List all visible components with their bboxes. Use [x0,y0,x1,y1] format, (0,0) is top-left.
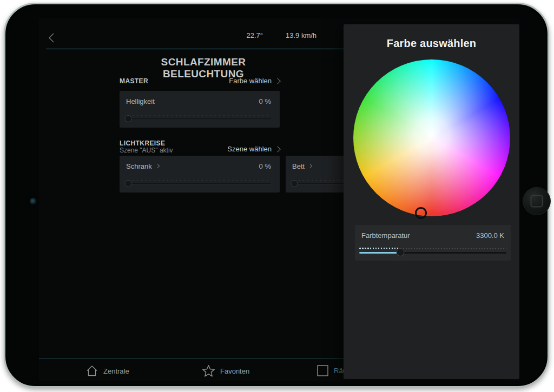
choose-color-link[interactable]: Farbe wählen [229,77,280,85]
slider-knob[interactable] [125,115,132,122]
home-icon [85,364,98,377]
choose-color-label: Farbe wählen [229,77,272,85]
star-icon [202,364,215,377]
choose-scene-link[interactable]: Szene wählen [227,145,280,153]
circuit-slider-schrank[interactable] [128,177,271,187]
back-chevron-icon [48,32,55,43]
chevron-right-icon [274,78,280,84]
tab-zentrale-label: Zentrale [103,367,129,375]
slider-knob[interactable] [291,180,298,187]
tab-favoriten[interactable]: Favoriten [202,364,249,377]
slider-ticks-rest [400,248,506,249]
back-button[interactable] [48,32,55,43]
color-wheel[interactable] [353,59,510,216]
home-button[interactable] [523,187,551,215]
app-screen: 22.7° 13.9 km/h SCHLAFZIMMER BELEUCHTUNG… [39,18,519,381]
slider-track [128,118,271,119]
slider-fill [359,252,400,254]
circuit-card-schrank: Schrank 0 % [120,156,280,192]
brightness-value: 0 % [259,97,271,105]
circuit-value-schrank: 0 % [259,162,271,170]
color-temperature-slider[interactable] [359,245,506,256]
tab-favoriten-label: Favoriten [220,367,249,375]
color-temperature-label: Farbtemparatur [361,231,410,240]
color-picker-title: Farbe auswählen [344,37,519,50]
slider-ticks [128,115,271,116]
brightness-card: Helligkeit 0 % [120,91,280,128]
tablet-frame: 22.7° 13.9 km/h SCHLAFZIMMER BELEUCHTUNG… [4,3,549,388]
color-wheel-selector[interactable] [415,207,427,219]
lichtkreise-section-label: LICHTKREISE [120,139,165,147]
color-temperature-value: 3300.0 K [476,231,504,240]
master-section-label: MASTER [120,77,148,85]
circuit-link-bett[interactable]: Bett [292,162,312,170]
circuit-link-schrank[interactable]: Schrank [126,162,159,170]
circuit-label: Schrank [126,162,152,170]
brightness-label: Helligkeit [126,97,155,105]
wind-speed: 13.9 km/h [286,31,316,39]
brightness-slider[interactable] [128,112,271,122]
chevron-right-icon [274,146,280,152]
outdoor-temperature: 22.7° [217,31,263,39]
screenshot-stage: 22.7° 13.9 km/h SCHLAFZIMMER BELEUCHTUNG… [0,0,554,392]
home-button-glyph [531,195,543,208]
front-camera [30,198,36,204]
circuit-label: Bett [292,162,305,170]
tab-zentrale[interactable]: Zentrale [85,364,129,377]
slider-knob[interactable] [397,248,405,256]
slider-track [128,183,271,184]
master-section-header: MASTER Farbe wählen [120,77,280,85]
color-picker-panel: Farbe auswählen Farbtemparatur 3300.0 K [344,24,519,379]
chevron-right-icon [308,164,312,168]
slider-knob[interactable] [125,180,132,187]
rooms-icon [316,364,329,377]
slider-ticks-active [359,248,400,249]
active-scene-status: Szene "AUS" aktiv [120,147,173,154]
color-temperature-card: Farbtemparatur 3300.0 K [355,225,511,261]
chevron-right-icon [155,164,159,168]
choose-scene-label: Szene wählen [227,145,272,153]
slider-ticks [128,180,271,181]
